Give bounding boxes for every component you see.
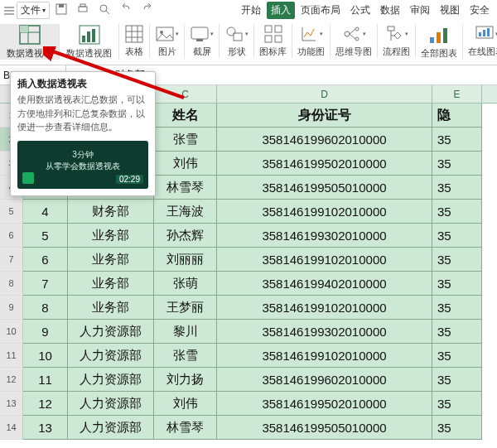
row-header[interactable]: 8 (0, 272, 23, 296)
cell-name[interactable]: 刘伟 (154, 392, 217, 416)
cell-name[interactable]: 林雪琴 (154, 176, 217, 200)
cell-id[interactable]: 358146199502010000 (217, 152, 432, 176)
cell-name[interactable]: 刘力扬 (154, 368, 217, 392)
cell-dept[interactable]: 人力资源部 (68, 392, 154, 416)
qat-preview-icon[interactable] (94, 2, 114, 19)
cell-dept[interactable]: 人力资源部 (68, 368, 154, 392)
tab-start[interactable]: 开始 (237, 2, 265, 19)
row-header[interactable]: 13 (0, 392, 23, 416)
hdr-hide[interactable]: 隐 (432, 104, 482, 128)
cell-dept[interactable]: 业务部 (68, 296, 154, 320)
ribbon-picture[interactable]: ▾ 图片 (150, 24, 185, 58)
cell-extra[interactable]: 35 (432, 272, 482, 296)
cell-name[interactable]: 林雪琴 (154, 416, 217, 440)
cell[interactable]: 10 (23, 344, 68, 368)
ribbon-pivot-table[interactable]: 数据透视表 (0, 24, 60, 60)
tab-data[interactable]: 数据 (376, 2, 404, 19)
cell[interactable]: 6 (23, 248, 68, 272)
cell[interactable]: 7 (23, 272, 68, 296)
cell[interactable]: 12 (23, 392, 68, 416)
cell-dept[interactable]: 人力资源部 (68, 416, 154, 440)
cell-id[interactable]: 358146199502010000 (217, 392, 432, 416)
row-header[interactable]: 10 (0, 320, 23, 344)
cell[interactable]: 11 (23, 368, 68, 392)
ribbon-mindmap[interactable]: ▾ 思维导图 (331, 24, 378, 58)
ribbon-online-chart[interactable]: ▾ 在线图表 (463, 24, 497, 58)
cell[interactable]: 9 (23, 320, 68, 344)
cell-extra[interactable]: 35 (432, 392, 482, 416)
qat-redo-icon[interactable] (138, 2, 157, 19)
cell-id[interactable]: 358146199102010000 (217, 200, 432, 224)
cell-extra[interactable]: 35 (432, 200, 482, 224)
row-header[interactable]: 11 (0, 344, 23, 368)
cell-name[interactable]: 张雪 (154, 344, 217, 368)
cell-extra[interactable]: 35 (432, 248, 482, 272)
ribbon-iconlib[interactable]: 图标库 (254, 24, 292, 58)
row-header[interactable]: 14 (0, 416, 23, 440)
cell-name[interactable]: 刘丽丽 (154, 248, 217, 272)
cell-dept[interactable]: 业务部 (68, 224, 154, 248)
row-header[interactable]: 12 (0, 368, 23, 392)
cell-extra[interactable]: 35 (432, 296, 482, 320)
ribbon-flowchart[interactable]: ▾ 流程图 (378, 24, 416, 58)
cell-name[interactable]: 孙杰辉 (154, 224, 217, 248)
cell[interactable]: 5 (23, 224, 68, 248)
qat-undo-icon[interactable] (116, 2, 136, 19)
cell-dept[interactable]: 业务部 (68, 248, 154, 272)
col-d[interactable]: D (217, 85, 432, 103)
tab-review[interactable]: 审阅 (406, 2, 434, 19)
tooltip-video[interactable]: 3分钟 从零学会数据透视表 02:29 (17, 141, 148, 189)
cell-name[interactable]: 张萌 (154, 272, 217, 296)
cell-name[interactable]: 张雪 (154, 128, 217, 152)
cell[interactable]: 8 (23, 296, 68, 320)
ribbon-table[interactable]: 表格 (119, 24, 150, 58)
hdr-name[interactable]: 姓名 (154, 104, 217, 128)
row-header[interactable]: 5 (0, 200, 23, 224)
cell-id[interactable]: 358146199602010000 (217, 128, 432, 152)
cell-id[interactable]: 358146199302010000 (217, 320, 432, 344)
cell[interactable]: 13 (23, 416, 68, 440)
cell-extra[interactable]: 35 (432, 152, 482, 176)
tab-view[interactable]: 视图 (436, 2, 464, 19)
cell-name[interactable]: 刘伟 (154, 152, 217, 176)
cell-id[interactable]: 358146199505010000 (217, 416, 432, 440)
col-c[interactable]: C (154, 85, 217, 103)
qat-save-icon[interactable] (51, 2, 71, 19)
cell-name[interactable]: 王海波 (154, 200, 217, 224)
cell[interactable]: 4 (23, 200, 68, 224)
cell-id[interactable]: 358146199505010000 (217, 176, 432, 200)
cell-extra[interactable]: 35 (432, 224, 482, 248)
cell-id[interactable]: 358146199102010000 (217, 248, 432, 272)
row-header[interactable]: 9 (0, 296, 23, 320)
menu-icon[interactable] (3, 6, 15, 16)
cell-dept[interactable]: 人力资源部 (68, 320, 154, 344)
cell-extra[interactable]: 35 (432, 368, 482, 392)
hdr-id[interactable]: 身份证号 (217, 104, 432, 128)
tab-security[interactable]: 安全 (466, 2, 494, 19)
cell-dept[interactable]: 人力资源部 (68, 344, 154, 368)
cell-id[interactable]: 358146199302010000 (217, 224, 432, 248)
row-header[interactable]: 7 (0, 248, 23, 272)
col-e[interactable]: E (432, 85, 482, 103)
cell-extra[interactable]: 35 (432, 320, 482, 344)
cell-name[interactable]: 王梦丽 (154, 296, 217, 320)
cell-dept[interactable]: 财务部 (68, 200, 154, 224)
cell-id[interactable]: 358146199602010000 (217, 368, 432, 392)
qat-print-icon[interactable] (73, 2, 93, 19)
cell-id[interactable]: 358146199102010000 (217, 296, 432, 320)
ribbon-function-chart[interactable]: ▾ 功能图 (292, 24, 331, 58)
tab-formula[interactable]: 公式 (346, 2, 374, 19)
cell-id[interactable]: 358146199402010000 (217, 272, 432, 296)
cell-id[interactable]: 358146199102010000 (217, 344, 432, 368)
tab-pagelayout[interactable]: 页面布局 (297, 2, 345, 19)
ribbon-screenshot[interactable]: ▾ 截屏 (185, 24, 220, 58)
row-header[interactable]: 6 (0, 224, 23, 248)
tab-insert[interactable]: 插入 (267, 2, 295, 19)
cell-name[interactable]: 黎川 (154, 320, 217, 344)
ribbon-pivot-chart[interactable]: 数据透视图 (60, 24, 119, 60)
cell-extra[interactable]: 35 (432, 416, 482, 440)
ribbon-allcharts[interactable]: 全部图表 (416, 24, 463, 60)
file-menu[interactable]: 文件 ▾ (17, 2, 50, 19)
cell-extra[interactable]: 35 (432, 176, 482, 200)
ribbon-shapes[interactable]: ▾ 形状 (220, 24, 254, 58)
